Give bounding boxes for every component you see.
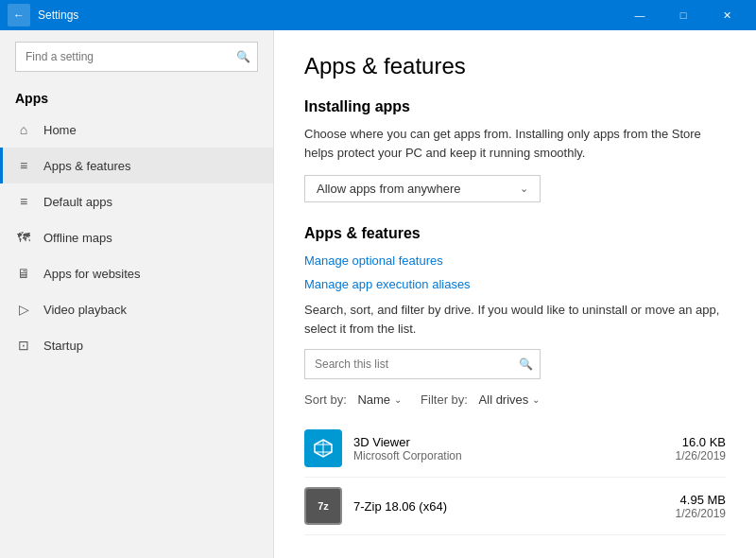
- installing-section-title: Installing apps: [304, 98, 726, 115]
- sidebar-item-default-apps[interactable]: ≡ Default apps: [0, 183, 273, 219]
- app-search-icon: 🔍: [519, 357, 533, 371]
- apps-features-icon: ≡: [15, 157, 32, 174]
- app-date-7zip: 1/26/2019: [676, 507, 726, 520]
- content-area: Apps & features Installing apps Choose w…: [274, 30, 756, 558]
- sidebar-search-container: 🔍: [15, 42, 258, 72]
- sidebar-item-apps-websites[interactable]: 🖥 Apps for websites: [0, 255, 273, 291]
- default-apps-icon: ≡: [15, 193, 32, 210]
- app-meta-7zip: 4.95 MB 1/26/2019: [676, 493, 726, 520]
- app-body: 🔍 Apps ⌂ Home ≡ Apps & features ≡ Defaul…: [0, 30, 756, 558]
- features-section-title: Apps & features: [304, 225, 726, 242]
- sidebar-item-apps-features[interactable]: ≡ Apps & features: [0, 148, 273, 183]
- app-item-3d-viewer[interactable]: 3D Viewer Microsoft Corporation 16.0 KB …: [304, 420, 726, 478]
- 3d-viewer-svg-icon: [312, 437, 335, 460]
- titlebar-controls: — □ ✕: [618, 0, 748, 30]
- startup-icon: ⊡: [15, 337, 32, 354]
- sort-chevron-icon: ⌄: [394, 394, 402, 405]
- app-item-7zip[interactable]: 7z 7-Zip 18.06 (x64) 4.95 MB 1/26/2019: [304, 478, 726, 535]
- sidebar-search-icon: 🔍: [236, 50, 250, 63]
- sidebar-search-input[interactable]: [15, 42, 258, 72]
- filter-by-control[interactable]: Filter by: All drives ⌄: [421, 392, 540, 407]
- app-name-3d-viewer: 3D Viewer: [353, 435, 664, 449]
- sidebar-item-home-label: Home: [43, 123, 77, 137]
- back-icon: ←: [13, 9, 25, 22]
- sidebar-item-video-playback[interactable]: ▷ Video playback: [0, 291, 273, 327]
- page-title: Apps & features: [304, 53, 726, 79]
- manage-app-execution-aliases-link[interactable]: Manage app execution aliases: [304, 277, 726, 291]
- app-icon-7zip: 7z: [304, 487, 342, 525]
- app-list: 3D Viewer Microsoft Corporation 16.0 KB …: [304, 420, 726, 535]
- video-playback-icon: ▷: [15, 301, 32, 318]
- app-info-3d-viewer: 3D Viewer Microsoft Corporation: [353, 435, 664, 462]
- app-publisher-3d-viewer: Microsoft Corporation: [353, 449, 664, 462]
- sort-filter-row: Sort by: Name ⌄ Filter by: All drives ⌄: [304, 392, 726, 407]
- sort-label: Sort by:: [304, 392, 347, 407]
- minimize-button[interactable]: —: [618, 0, 662, 30]
- chevron-down-icon: ⌄: [520, 183, 528, 195]
- app-date-3d-viewer: 1/26/2019: [676, 449, 726, 462]
- app-info-7zip: 7-Zip 18.06 (x64): [353, 499, 664, 514]
- app-name-7zip: 7-Zip 18.06 (x64): [353, 499, 664, 514]
- sidebar-item-startup[interactable]: ⊡ Startup: [0, 327, 273, 363]
- sort-value: Name: [357, 392, 390, 407]
- app-search-container: 🔍: [304, 349, 541, 379]
- installing-apps-dropdown[interactable]: Allow apps from anywhere ⌄: [304, 175, 541, 202]
- back-button[interactable]: ←: [8, 4, 30, 26]
- dropdown-value: Allow apps from anywhere: [317, 182, 460, 196]
- titlebar-left: ← Settings: [8, 4, 78, 26]
- sidebar-section-label: Apps: [0, 83, 273, 112]
- sidebar-item-offline-maps[interactable]: 🗺 Offline maps: [0, 219, 273, 255]
- titlebar-title: Settings: [38, 9, 78, 22]
- offline-maps-icon: 🗺: [15, 229, 32, 246]
- titlebar: ← Settings — □ ✕: [0, 0, 756, 30]
- sort-by-control[interactable]: Sort by: Name ⌄: [304, 392, 402, 407]
- sidebar-item-default-apps-label: Default apps: [43, 195, 112, 209]
- sidebar-item-video-playback-label: Video playback: [43, 303, 127, 317]
- filter-value: All drives: [479, 392, 529, 407]
- app-search-input[interactable]: [304, 349, 541, 379]
- close-button[interactable]: ✕: [705, 0, 748, 30]
- sidebar-item-apps-websites-label: Apps for websites: [43, 267, 141, 281]
- filter-chevron-icon: ⌄: [532, 394, 540, 405]
- sidebar-item-apps-features-label: Apps & features: [43, 159, 131, 173]
- sidebar: 🔍 Apps ⌂ Home ≡ Apps & features ≡ Defaul…: [0, 30, 274, 558]
- app-meta-3d-viewer: 16.0 KB 1/26/2019: [676, 435, 726, 462]
- maximize-button[interactable]: □: [662, 0, 705, 30]
- filter-label: Filter by:: [421, 392, 468, 407]
- installing-description: Choose where you can get apps from. Inst…: [304, 125, 726, 162]
- sidebar-item-home[interactable]: ⌂ Home: [0, 112, 273, 148]
- home-icon: ⌂: [15, 121, 32, 138]
- app-size-3d-viewer: 16.0 KB: [676, 435, 726, 449]
- manage-optional-features-link[interactable]: Manage optional features: [304, 253, 726, 268]
- search-description: Search, sort, and filter by drive. If yo…: [304, 301, 726, 338]
- apps-websites-icon: 🖥: [15, 265, 32, 282]
- sidebar-item-startup-label: Startup: [43, 339, 83, 353]
- sidebar-item-offline-maps-label: Offline maps: [43, 231, 112, 245]
- app-size-7zip: 4.95 MB: [676, 493, 726, 507]
- app-icon-3d-viewer: [304, 429, 342, 467]
